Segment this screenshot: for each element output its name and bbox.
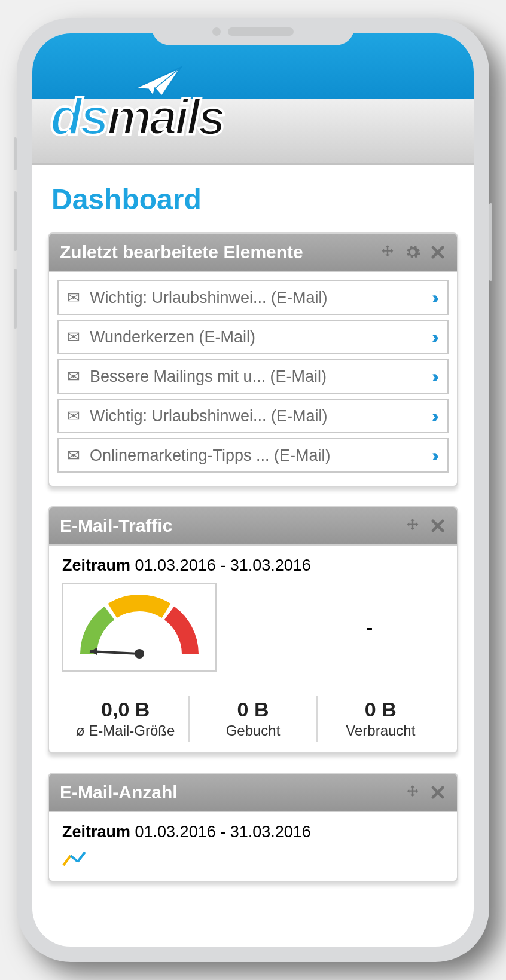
svg-line-5 [63, 856, 71, 865]
move-icon[interactable] [379, 244, 396, 261]
envelope-icon: ✉ [67, 328, 80, 347]
chevron-right-icon: ›› [432, 327, 439, 347]
widget-header: E-Mail-Traffic [49, 507, 457, 546]
logo: dsmails [50, 86, 224, 147]
svg-line-7 [78, 852, 85, 862]
screen: dsmails Dashboard Zuletzt bearbeitete El… [32, 33, 474, 947]
widget-title: Zuletzt bearbeitete Elemente [60, 242, 371, 262]
list-item-label: Wichtig: Urlaubshinwei... (E-Mail) [90, 289, 422, 307]
logo-strip: dsmails [32, 99, 474, 165]
close-icon[interactable] [429, 784, 446, 801]
gauge-chart [62, 583, 217, 672]
chart-icon [62, 850, 86, 868]
svg-line-6 [71, 856, 78, 862]
stat-label: ø E-Mail-Größe [63, 722, 187, 739]
list-item-label: Onlinemarketing-Tipps ... (E-Mail) [90, 446, 422, 465]
traffic-value: - [366, 616, 373, 639]
period-value: 01.03.2016 - 31.03.2016 [135, 823, 311, 841]
chevron-right-icon: ›› [432, 366, 439, 387]
list-item[interactable]: ✉ Wunderkerzen (E-Mail) ›› [57, 320, 449, 354]
widget-header: E-Mail-Anzahl [49, 774, 457, 812]
widget-header: Zuletzt bearbeitete Elemente [49, 234, 457, 272]
list-item-label: Wunderkerzen (E-Mail) [90, 328, 422, 347]
widget-email-traffic: E-Mail-Traffic Zeitraum 01.03.2016 - 31.… [48, 506, 458, 754]
envelope-icon: ✉ [67, 368, 80, 386]
phone-side-button [14, 269, 17, 329]
traffic-stats: 0,0 B ø E-Mail-Größe 0 B Gebucht 0 B Ver… [62, 688, 444, 742]
chevron-right-icon: ›› [432, 287, 439, 308]
chevron-right-icon: ›› [432, 445, 439, 466]
widget-title: E-Mail-Anzahl [60, 782, 396, 803]
move-icon[interactable] [404, 784, 421, 801]
stat-value: 0 B [191, 698, 315, 721]
close-icon[interactable] [429, 244, 446, 261]
stat-label: Verbraucht [319, 722, 443, 739]
stat-booked: 0 B Gebucht [188, 696, 316, 742]
list-item[interactable]: ✉ Onlinemarketing-Tipps ... (E-Mail) ›› [57, 438, 449, 473]
stat-label: Gebucht [191, 722, 315, 739]
stat-avg-size: 0,0 B ø E-Mail-Größe [62, 696, 188, 742]
list-item[interactable]: ✉ Wichtig: Urlaubshinwei... (E-Mail) ›› [57, 399, 449, 433]
svg-marker-0 [135, 67, 181, 96]
phone-notch [151, 18, 355, 45]
envelope-icon: ✉ [67, 446, 80, 465]
close-icon[interactable] [429, 517, 446, 534]
recent-list: ✉ Wichtig: Urlaubshinwei... (E-Mail) ›› … [49, 272, 457, 486]
phone-side-button [489, 203, 492, 281]
envelope-icon: ✉ [67, 289, 80, 307]
period-row: Zeitraum 01.03.2016 - 31.03.2016 [62, 823, 444, 841]
gear-icon[interactable] [404, 244, 421, 261]
page-title: Dashboard [51, 183, 455, 216]
move-icon[interactable] [404, 517, 421, 534]
scroll-area[interactable]: dsmails Dashboard Zuletzt bearbeitete El… [32, 33, 474, 947]
logo-text-ds: ds [50, 87, 107, 146]
widget-title: E-Mail-Traffic [60, 516, 396, 536]
envelope-icon: ✉ [67, 407, 80, 425]
stat-value: 0,0 B [63, 698, 187, 721]
stat-used: 0 B Verbraucht [316, 696, 444, 742]
paper-plane-icon [134, 63, 182, 99]
widget-email-count: E-Mail-Anzahl Zeitraum 01.03.2016 - 31.0… [48, 773, 458, 882]
phone-side-button [14, 191, 17, 251]
phone-side-button [14, 137, 17, 170]
period-value: 01.03.2016 - 31.03.2016 [135, 556, 311, 574]
list-item-label: Wichtig: Urlaubshinwei... (E-Mail) [90, 407, 422, 425]
list-item-label: Bessere Mailings mit u... (E-Mail) [90, 368, 422, 386]
widget-recent-items: Zuletzt bearbeitete Elemente [48, 232, 458, 487]
phone-frame: dsmails Dashboard Zuletzt bearbeitete El… [17, 18, 489, 962]
period-label: Zeitraum [62, 823, 130, 841]
list-item[interactable]: ✉ Bessere Mailings mit u... (E-Mail) ›› [57, 359, 449, 394]
period-row: Zeitraum 01.03.2016 - 31.03.2016 [62, 556, 444, 575]
stat-value: 0 B [319, 698, 443, 721]
chevron-right-icon: ›› [432, 406, 439, 426]
period-label: Zeitraum [62, 556, 130, 574]
list-item[interactable]: ✉ Wichtig: Urlaubshinwei... (E-Mail) ›› [57, 280, 449, 315]
svg-line-3 [90, 651, 139, 654]
